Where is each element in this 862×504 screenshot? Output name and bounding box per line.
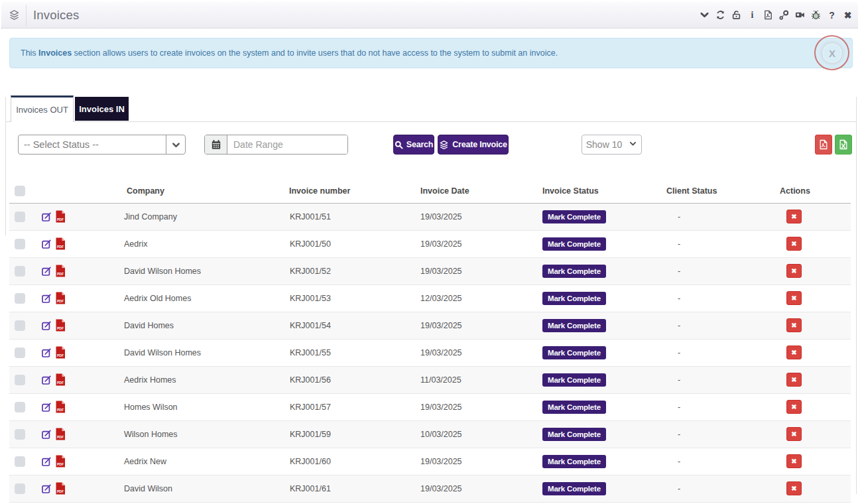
search-button[interactable]: Search [393,135,434,155]
calendar-icon[interactable] [205,135,227,154]
row-checkbox[interactable] [15,456,25,467]
show-entries-value: Show 10 [586,139,622,150]
invoice-row: PDF Aedrix KRJ001/50 19/03/2025 Mark Com… [9,230,851,257]
cell-client-status: - [663,339,776,366]
row-checkbox[interactable] [15,347,25,358]
delete-invoice-button[interactable]: ✖ [786,373,802,387]
delete-invoice-button[interactable]: ✖ [786,427,802,441]
select-all-checkbox[interactable] [15,186,25,196]
mark-complete-button[interactable]: Mark Complete [542,292,606,305]
delete-invoice-button[interactable]: ✖ [786,210,802,223]
cell-company: David Homes [119,312,285,339]
row-checkbox[interactable] [15,212,25,222]
edit-icon[interactable] [41,483,52,494]
edit-icon[interactable] [41,293,52,304]
chevron-down-icon[interactable] [700,9,709,21]
invoice-row: PDF Wilson Homes KRJ001/59 10/03/2025 Ma… [9,420,851,448]
edit-icon[interactable] [41,347,52,358]
mark-complete-button[interactable]: Mark Complete [542,346,606,359]
mark-complete-button[interactable]: Mark Complete [542,428,606,441]
show-entries-select[interactable]: Show 10 [582,135,642,155]
cell-invoice-number: KRJ001/53 [285,284,418,312]
delete-invoice-button[interactable]: ✖ [786,400,802,414]
help-icon[interactable]: ? [827,9,837,21]
alert-close-button[interactable]: X [822,42,843,64]
edit-icon[interactable] [41,375,52,385]
row-checkbox[interactable] [15,402,25,412]
edit-icon[interactable] [41,320,52,331]
bug-icon[interactable] [811,9,821,21]
row-checkbox[interactable] [15,239,25,249]
svg-text:PDF: PDF [57,245,64,249]
delete-invoice-button[interactable]: ✖ [786,264,802,278]
edit-icon[interactable] [41,266,52,277]
edit-icon[interactable] [41,239,52,249]
close-icon[interactable]: ✖ [843,9,853,21]
row-checkbox[interactable] [15,320,25,331]
cell-invoice-date: 19/03/2025 [418,339,540,366]
nodes-icon[interactable] [779,9,789,21]
mark-complete-button[interactable]: Mark Complete [542,210,606,223]
delete-invoice-button[interactable]: ✖ [786,318,802,332]
cell-company: Aedrix Homes [119,366,285,393]
pdf-file-icon[interactable]: PDF [55,292,66,304]
row-checkbox[interactable] [15,429,25,440]
row-checkbox[interactable] [15,375,25,385]
mark-complete-button[interactable]: Mark Complete [542,482,606,495]
export-pdf-button[interactable] [815,135,832,155]
file-pdf-icon [818,139,829,150]
info-icon[interactable]: i [747,9,757,21]
edit-icon[interactable] [41,456,52,467]
pdf-file-icon[interactable]: PDF [55,373,66,386]
delete-invoice-button[interactable]: ✖ [786,454,802,468]
cell-invoice-number: KRJ001/50 [285,230,418,257]
cell-invoice-number: KRJ001/59 [285,420,418,448]
delete-invoice-button[interactable]: ✖ [786,237,802,251]
tab-invoices-in[interactable]: Invoices IN [75,97,129,121]
pdf-file-icon[interactable]: PDF [55,401,66,413]
delete-invoice-button[interactable]: ✖ [786,346,802,359]
row-checkbox[interactable] [15,293,25,304]
mark-complete-button[interactable]: Mark Complete [542,319,606,332]
row-checkbox[interactable] [15,266,25,277]
pdf-document-icon[interactable] [763,9,773,21]
edit-icon[interactable] [41,402,52,412]
titlebar: Invoices i [1,2,858,29]
edit-icon[interactable] [41,212,52,222]
delete-invoice-button[interactable]: ✖ [786,481,802,495]
row-checkbox[interactable] [15,483,25,494]
refresh-icon[interactable] [715,9,725,21]
cell-company: Aedrix [119,230,285,257]
unlock-icon[interactable] [731,9,741,21]
invoice-row: PDF Aedrix Old Homes KRJ001/53 12/03/202… [9,284,851,312]
mark-complete-button[interactable]: Mark Complete [542,401,606,414]
tab-invoices-out[interactable]: Invoices OUT [11,95,74,122]
invoice-row: PDF David Wilson Homes KRJ001/52 19/03/2… [9,257,851,284]
cell-company: Wilson Homes [119,420,285,448]
pdf-file-icon[interactable]: PDF [55,346,66,359]
mark-complete-button[interactable]: Mark Complete [542,237,606,251]
create-invoice-button[interactable]: Create Invoice [438,135,509,155]
tabbar: Invoices OUT Invoices IN [5,95,856,122]
pdf-file-icon[interactable]: PDF [55,265,66,277]
date-range-input[interactable] [227,135,347,154]
export-excel-button[interactable] [835,135,852,155]
status-select[interactable]: -- Select Status -- [18,135,186,155]
mark-complete-button[interactable]: Mark Complete [542,373,606,387]
column-invoice-date: Invoice Date [418,179,540,203]
mark-complete-button[interactable]: Mark Complete [542,265,606,278]
pdf-file-icon[interactable]: PDF [55,455,66,468]
delete-invoice-button[interactable]: ✖ [786,291,802,305]
cell-client-status: - [663,420,776,448]
mark-complete-button[interactable]: Mark Complete [542,455,606,468]
edit-icon[interactable] [41,429,52,440]
pdf-file-icon[interactable]: PDF [55,319,66,332]
pdf-file-icon[interactable]: PDF [55,210,66,223]
invoice-row: PDF Homes Wilson KRJ001/57 19/03/2025 Ma… [9,393,851,420]
pdf-file-icon[interactable]: PDF [55,428,66,440]
cell-client-status: - [663,203,776,230]
video-camera-icon[interactable] [795,9,805,21]
pdf-file-icon[interactable]: PDF [55,237,66,250]
column-invoice-status: Invoice Status [540,179,663,203]
pdf-file-icon[interactable]: PDF [55,482,66,495]
